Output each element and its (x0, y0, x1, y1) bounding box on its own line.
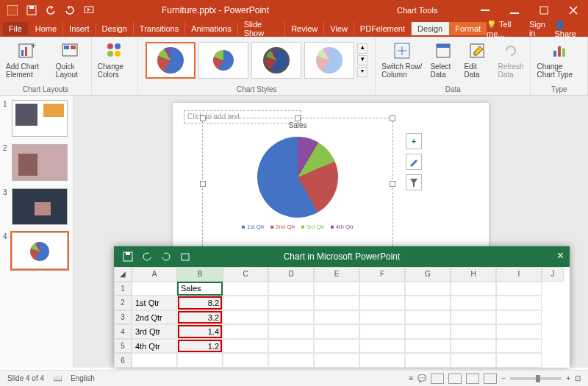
col-A[interactable]: A (132, 267, 177, 282)
redo-icon[interactable] (63, 4, 76, 17)
ribbon-options-icon[interactable] (470, 0, 500, 21)
svg-rect-8 (21, 50, 24, 56)
chart-data-editor: Chart in Microsoft PowerPoint × ◢ A B C … (114, 246, 570, 368)
ribbon-tabs: File Home Insert Design Transitions Anim… (0, 21, 588, 37)
thumbnail-1[interactable] (12, 100, 68, 137)
comments-button[interactable]: 💬 (417, 374, 426, 382)
zoom-out-icon[interactable]: − (501, 374, 506, 382)
tab-pdfelement[interactable]: PDFelement (354, 22, 412, 35)
cell-A3[interactable]: 2nd Qtr (132, 310, 177, 325)
chart-filters-icon[interactable] (406, 174, 422, 190)
cell-A2[interactable]: 1st Qtr (132, 296, 177, 310)
col-E[interactable]: E (314, 267, 359, 282)
reading-view-icon[interactable] (466, 374, 479, 384)
tab-animations[interactable]: Animations (185, 22, 237, 35)
thumbnail-4[interactable] (12, 232, 68, 269)
chart-style-2[interactable] (198, 42, 248, 79)
spell-check-icon[interactable]: 📖 (53, 374, 62, 382)
cell-B2[interactable]: 8.2 (177, 296, 223, 310)
slide-indicator[interactable]: Slide 4 of 4 (7, 374, 44, 382)
zoom-slider[interactable] (510, 377, 562, 380)
tab-home[interactable]: Home (29, 22, 63, 35)
notes-button[interactable]: ≡ (409, 374, 413, 382)
fit-to-window-icon[interactable]: ⊡ (575, 374, 581, 382)
col-C[interactable]: C (223, 267, 268, 282)
slideshow-view-icon[interactable] (484, 374, 497, 384)
chart-legend[interactable]: 1st Qtr 2nd Qtr 3rd Qtr 4th Qtr (203, 224, 392, 230)
col-H[interactable]: H (451, 267, 496, 282)
minimize-icon[interactable] (500, 0, 529, 21)
group-data: Switch Row/ Column Select Data Edit Data… (376, 37, 531, 95)
tab-design[interactable]: Design (96, 22, 134, 35)
svg-rect-12 (64, 46, 69, 49)
tab-file[interactable]: File (3, 22, 28, 35)
tab-transitions[interactable]: Transitions (134, 22, 185, 35)
cell-B5[interactable]: 1.2 (177, 339, 223, 354)
close-icon[interactable] (559, 0, 588, 21)
thumbnail-3[interactable] (12, 188, 68, 225)
col-D[interactable]: D (268, 267, 314, 282)
chart-style-4[interactable] (304, 42, 354, 79)
chart-elements-icon[interactable]: + (406, 133, 422, 149)
gallery-more-icon[interactable]: ▾ (357, 67, 368, 77)
quick-layout-button[interactable]: Quick Layout (54, 39, 87, 80)
gallery-down-icon[interactable]: ▼ (357, 55, 368, 65)
change-colors-button[interactable]: Change Colors (96, 39, 133, 80)
excel-undo-icon[interactable] (140, 250, 154, 263)
sorter-view-icon[interactable] (448, 374, 462, 384)
svg-rect-22 (553, 51, 556, 57)
excel-save-icon[interactable] (121, 250, 135, 263)
col-F[interactable]: F (359, 267, 405, 282)
cell-A5[interactable]: 4th Qtr (132, 339, 177, 354)
col-B[interactable]: B (177, 267, 223, 282)
maximize-icon[interactable] (529, 0, 559, 21)
sign-in[interactable]: Sign in (529, 20, 551, 37)
thumbnail-2[interactable] (12, 144, 68, 181)
col-I[interactable]: I (496, 267, 542, 282)
cell-A4[interactable]: 3rd Qtr (132, 324, 177, 339)
select-data-button[interactable]: Select Data (429, 39, 458, 80)
switch-row-column-button[interactable]: Switch Row/ Column (380, 39, 424, 80)
cell-B1[interactable]: Sales (177, 282, 223, 296)
chart-styles-icon[interactable] (406, 154, 422, 170)
cell-A1[interactable] (132, 282, 177, 296)
language-indicator[interactable]: English (71, 374, 95, 382)
tell-me[interactable]: 💡 Tell me... (487, 20, 525, 38)
refresh-data-button[interactable]: Refresh Data (496, 39, 526, 80)
tab-chart-format[interactable]: Format (449, 22, 487, 35)
zoom-in-icon[interactable]: + (566, 374, 570, 382)
tab-chart-design[interactable]: Design (412, 22, 449, 35)
chart-object[interactable]: Sales 1st Qtr 2nd Qtr 3rd Qtr 4th Qtr + (202, 118, 393, 250)
undo-icon[interactable] (44, 4, 57, 17)
start-slideshow-icon[interactable] (82, 4, 96, 17)
change-chart-type-button[interactable]: Change Chart Type (535, 39, 583, 80)
cell-B4[interactable]: 1.4 (177, 324, 223, 339)
svg-rect-2 (29, 6, 34, 9)
add-chart-element-button[interactable]: +Add Chart Element (4, 39, 50, 80)
chart-style-1[interactable] (146, 42, 196, 79)
context-title: Chart Tools (397, 6, 437, 15)
svg-rect-24 (562, 49, 565, 57)
select-all-corner[interactable]: ◢ (114, 267, 132, 282)
slide-thumbnails[interactable]: 1 2 3 4 (0, 96, 74, 368)
tab-insert[interactable]: Insert (63, 22, 96, 35)
col-G[interactable]: G (405, 267, 451, 282)
normal-view-icon[interactable] (431, 374, 444, 384)
quick-access-toolbar (0, 4, 101, 17)
share-button[interactable]: 👤 Share (555, 20, 584, 38)
excel-redo-icon[interactable] (159, 250, 173, 263)
tab-view[interactable]: View (324, 22, 354, 35)
pie-chart[interactable] (257, 137, 338, 218)
cell-B3[interactable]: 3.2 (177, 310, 223, 325)
chart-style-3[interactable] (251, 42, 301, 79)
spreadsheet-grid[interactable]: ◢ A B C D E F G H I J 1Sales 21st Qtr8.2… (114, 267, 570, 368)
tab-review[interactable]: Review (285, 22, 324, 35)
gallery-up-icon[interactable]: ▲ (357, 43, 368, 54)
excel-close-icon[interactable]: × (557, 249, 564, 262)
col-J[interactable]: J (542, 267, 564, 282)
save-icon[interactable] (25, 4, 38, 17)
edit-data-button[interactable]: Edit Data (462, 39, 492, 80)
excel-open-icon[interactable] (179, 250, 192, 263)
svg-rect-9 (25, 47, 27, 56)
ribbon: +Add Chart Element Quick Layout Chart La… (0, 37, 588, 96)
